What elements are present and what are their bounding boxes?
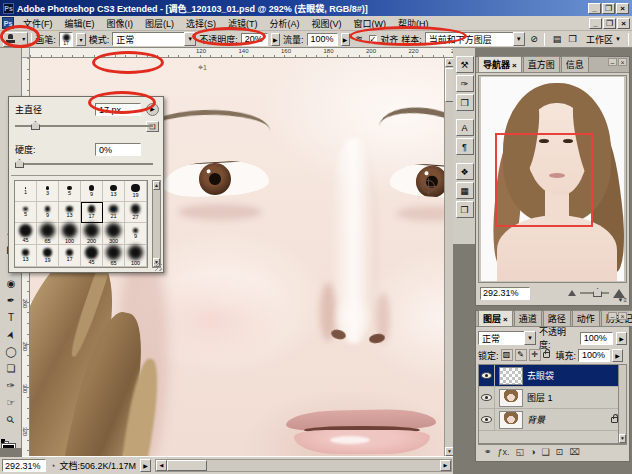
navigator-tab[interactable]: 信息 bbox=[561, 56, 589, 72]
navigator-tab[interactable]: 直方图 bbox=[523, 56, 560, 72]
layer-mask-icon[interactable]: ◱ bbox=[516, 448, 525, 457]
zoom-slider-thumb[interactable] bbox=[593, 288, 602, 297]
vertical-scrollbar[interactable]: ▲ ▼ bbox=[444, 58, 453, 456]
menu-item[interactable]: 视图(V) bbox=[306, 16, 348, 31]
visibility-cell[interactable] bbox=[479, 409, 495, 431]
brush-preset-9[interactable]: 9 bbox=[125, 223, 147, 245]
master-diameter-field[interactable]: 17 px bbox=[95, 103, 141, 116]
restore-button[interactable]: ❐ bbox=[602, 3, 615, 14]
blend-mode-select[interactable]: 正常 ▼ bbox=[478, 331, 536, 345]
doc-restore-button[interactable]: ❐ bbox=[603, 18, 616, 29]
brush-preset-3[interactable]: 3 bbox=[37, 181, 59, 202]
brush-preset-65[interactable]: 65 bbox=[103, 245, 125, 267]
fill-arrow[interactable]: ▶ bbox=[612, 349, 623, 362]
brush-picker-arrow[interactable]: ▾ bbox=[76, 33, 85, 46]
brush-preset-13[interactable]: 13 bbox=[59, 202, 81, 223]
navigator-view-rect[interactable] bbox=[495, 133, 593, 227]
character-panel-icon[interactable]: A bbox=[456, 119, 474, 136]
resize-grip[interactable] bbox=[154, 263, 162, 271]
brush-preset-21[interactable]: 21 bbox=[103, 202, 125, 223]
brush-preset-17[interactable]: 17 bbox=[59, 245, 81, 267]
layer-row[interactable]: 去眼袋 bbox=[479, 365, 626, 387]
brush-preset-5[interactable]: 5 bbox=[15, 202, 37, 223]
brush-preset-100[interactable]: 100 bbox=[125, 245, 147, 267]
airbrush-toggle[interactable]: ≋ bbox=[353, 32, 366, 46]
paragraph-panel-icon[interactable]: ¶ bbox=[456, 138, 474, 155]
close-button[interactable]: × bbox=[616, 3, 629, 14]
status-menu-arrow[interactable]: ▶ bbox=[140, 459, 151, 472]
eyedropper-tool[interactable]: ✑ bbox=[2, 377, 21, 394]
zoom-tool[interactable]: ⚲ bbox=[2, 411, 21, 428]
layers-tab[interactable]: 图层× bbox=[478, 310, 513, 326]
navigator-tab[interactable]: 导航器× bbox=[478, 56, 522, 72]
clone-source-panel-icon[interactable]: ❒ bbox=[456, 94, 474, 111]
tab-close-icon[interactable]: × bbox=[512, 61, 517, 70]
popup-menu-button[interactable]: ▶ bbox=[146, 103, 159, 116]
pen-tool[interactable]: ✒ bbox=[2, 292, 21, 309]
new-layer-icon[interactable]: ⊡ bbox=[556, 448, 564, 457]
dodge-tool[interactable]: ◉ bbox=[2, 275, 21, 292]
brush-preset-17[interactable]: 17 bbox=[81, 202, 103, 223]
horizontal-scroll-thumb[interactable] bbox=[167, 460, 207, 471]
menu-item[interactable]: 图层(L) bbox=[139, 16, 180, 31]
flow-arrow[interactable]: ▶ bbox=[341, 33, 350, 46]
brushes-panel-icon[interactable]: ✑ bbox=[456, 75, 474, 92]
hardness-slider[interactable] bbox=[15, 159, 153, 169]
doc-close-button[interactable]: × bbox=[617, 18, 630, 29]
panel-minimize-icon[interactable]: – bbox=[608, 312, 617, 320]
brush-preset-13[interactable]: 13 bbox=[15, 245, 37, 267]
doc-minimize-button[interactable]: _ bbox=[589, 18, 602, 29]
layers-scrollbar[interactable]: ▼ bbox=[618, 364, 627, 444]
panel-minimize-icon[interactable]: – bbox=[608, 58, 617, 66]
opacity-arrow[interactable]: ▶ bbox=[271, 33, 280, 46]
tool-presets-panel-icon[interactable]: ⚒ bbox=[456, 56, 474, 73]
zoom-out-icon[interactable] bbox=[568, 290, 576, 296]
lock-pixels-icon[interactable]: ✎ bbox=[515, 349, 527, 361]
brush-preset-65[interactable]: 65 bbox=[37, 223, 59, 245]
brush-preset-27[interactable]: 27 bbox=[125, 202, 147, 223]
brush-preset-45[interactable]: 45 bbox=[15, 223, 37, 245]
brush-preset-13[interactable]: 13 bbox=[103, 181, 125, 202]
brush-preset-9[interactable]: 9 bbox=[37, 202, 59, 223]
layers-tab[interactable]: 动作 bbox=[572, 310, 600, 326]
sample-select[interactable]: 当前和下方图层 ▼ bbox=[425, 32, 525, 46]
menu-item[interactable]: 分析(A) bbox=[264, 16, 306, 31]
delete-layer-icon[interactable]: ⌧ bbox=[569, 448, 579, 457]
layer-thumbnail[interactable] bbox=[499, 389, 523, 407]
layers-opacity-arrow[interactable]: ▶ bbox=[616, 332, 627, 345]
layer-thumbnail[interactable] bbox=[499, 367, 523, 385]
layer-comps-panel-icon[interactable]: ❐ bbox=[456, 201, 474, 218]
lock-all-icon[interactable] bbox=[543, 352, 550, 358]
fill-field[interactable]: 100% bbox=[578, 349, 610, 362]
eye-icon[interactable] bbox=[481, 394, 492, 401]
brush-preset-9[interactable]: 9 bbox=[81, 181, 103, 202]
layers-tab[interactable]: 通道 bbox=[514, 310, 542, 326]
styles-panel-icon[interactable]: ❖ bbox=[456, 163, 474, 180]
visibility-cell[interactable] bbox=[479, 387, 495, 409]
ignore-adjustment-layers-button[interactable]: ⊘ bbox=[528, 32, 541, 46]
layers-opacity-field[interactable]: 100% bbox=[580, 332, 613, 345]
scroll-up-icon[interactable]: ▲ bbox=[153, 181, 160, 190]
brush-grid-scrollbar[interactable]: ▲ ▼ bbox=[152, 180, 161, 268]
diameter-slider-thumb[interactable] bbox=[31, 121, 40, 130]
brush-preset-5[interactable]: 5 bbox=[59, 181, 81, 202]
brush-preset-1[interactable]: 1 bbox=[15, 181, 37, 202]
visibility-cell[interactable] bbox=[479, 365, 495, 387]
layer-row[interactable]: 图层 1 bbox=[479, 387, 626, 409]
palettes-button[interactable]: ▤ bbox=[551, 32, 564, 46]
diameter-slider[interactable] bbox=[15, 121, 153, 131]
menu-item[interactable]: 选择(S) bbox=[180, 16, 222, 31]
brush-preset-200[interactable]: 200 bbox=[81, 223, 103, 245]
navigator-zoom-field[interactable]: 292.31% bbox=[480, 287, 530, 300]
zoom-in-icon[interactable] bbox=[613, 289, 625, 298]
tool-preset-picker[interactable]: ▾ bbox=[3, 32, 28, 47]
navigator-preview[interactable] bbox=[478, 75, 627, 283]
brush-preset-19[interactable]: 19 bbox=[125, 181, 147, 202]
eye-icon[interactable] bbox=[481, 416, 492, 423]
hand-tool[interactable]: ☞ bbox=[2, 394, 21, 411]
lock-position-icon[interactable]: ✛ bbox=[529, 349, 541, 361]
hardness-field[interactable]: 0% bbox=[95, 143, 141, 156]
scroll-right-icon[interactable]: ▶ bbox=[440, 460, 451, 471]
opacity-field[interactable]: 20% bbox=[241, 33, 268, 46]
shape-tool[interactable]: ◯ bbox=[2, 343, 21, 360]
